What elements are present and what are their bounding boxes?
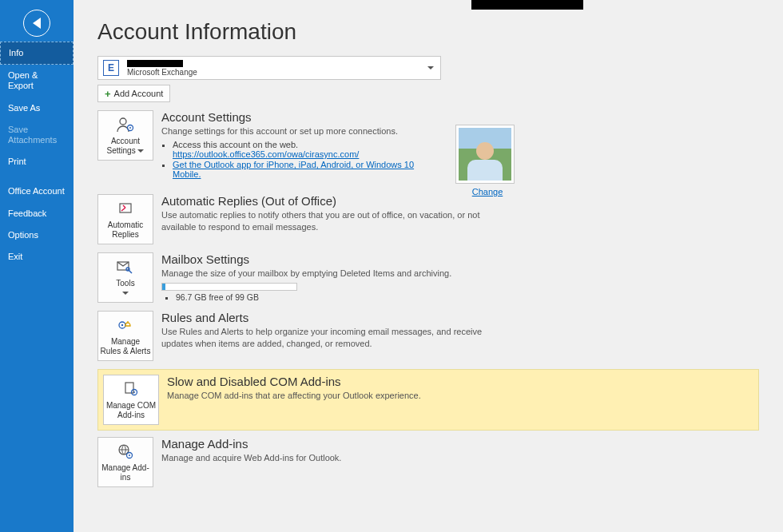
page-title: Account Information (97, 19, 759, 45)
add-account-label: Add Account (114, 89, 164, 98)
chevron-down-icon (122, 292, 129, 295)
card-label: Tools (116, 279, 134, 288)
sidebar-label: Feedback (8, 208, 46, 218)
sidebar-label: Save As (8, 103, 40, 113)
back-button[interactable] (0, 0, 74, 42)
gear-bell-icon (117, 316, 134, 334)
svg-point-13 (129, 455, 130, 456)
section-title: Automatic Replies (Out of Office) (161, 194, 505, 208)
plus-icon: + (105, 88, 111, 100)
section-title: Account Settings (161, 110, 441, 124)
account-name-redacted (127, 60, 183, 67)
section-desc: Use Rules and Alerts to help organize yo… (161, 326, 505, 349)
card-label: Manage Rules & Alerts (100, 337, 151, 355)
svg-point-0 (120, 118, 126, 125)
account-settings-card[interactable]: Account Settings (97, 110, 153, 161)
chevron-down-icon (137, 149, 144, 153)
sidebar-item-print[interactable]: Print (0, 151, 74, 173)
back-arrow-icon (23, 10, 50, 37)
account-type: Microsoft Exchange (127, 69, 197, 77)
storage-bar (161, 283, 297, 291)
section-title: Slow and Disabled COM Add-ins (167, 375, 511, 388)
sidebar-label: Exit (8, 252, 22, 261)
bullet-text: Access this account on the web. (173, 140, 298, 149)
person-gear-icon (117, 116, 134, 133)
chevron-down-icon (427, 66, 434, 69)
section-desc: Manage and acquire Web Add-ins for Outlo… (161, 452, 505, 463)
svg-point-7 (121, 324, 123, 326)
section-desc: Change settings for this account or set … (161, 125, 441, 137)
section-title: Rules and Alerts (161, 311, 505, 324)
automatic-replies-card[interactable]: Automatic Replies (97, 194, 153, 244)
section-title: Manage Add-ins (161, 437, 505, 451)
reply-arrow-icon (117, 200, 133, 217)
sidebar-item-exit[interactable]: Exit (0, 246, 74, 268)
section-title: Mailbox Settings (161, 252, 505, 266)
exchange-icon: E (103, 60, 119, 76)
main-content: Account Information E Microsoft Exchange… (74, 0, 783, 532)
sidebar-label: Print (8, 157, 26, 166)
sidebar-item-options[interactable]: Options (0, 224, 74, 246)
sidebar-label: Save Attachments (8, 125, 57, 145)
sidebar-item-office-account[interactable]: Office Account (0, 181, 74, 202)
section-desc: Manage the size of your mailbox by empty… (161, 268, 505, 279)
backstage-sidebar: Info Open & Export Save As Save Attachme… (0, 0, 74, 532)
tools-card[interactable]: Tools (97, 252, 153, 303)
sidebar-label: Info (9, 48, 23, 58)
card-label: Manage Add-ins (100, 463, 151, 482)
sidebar-item-info[interactable]: Info (0, 42, 74, 65)
sidebar-label: Options (8, 230, 38, 240)
add-account-button[interactable]: + Add Account (97, 85, 170, 102)
svg-point-2 (129, 127, 131, 129)
mobile-app-link[interactable]: Get the Outlook app for iPhone, iPad, An… (173, 160, 414, 179)
svg-rect-8 (125, 383, 133, 393)
sidebar-item-feedback[interactable]: Feedback (0, 203, 74, 224)
globe-gear-icon (117, 443, 133, 460)
sidebar-label: Office Account (8, 186, 65, 196)
card-label: Account Settings (107, 137, 141, 155)
envelope-wrench-icon (117, 258, 134, 276)
manage-addins-card[interactable]: Manage Add-ins (97, 437, 153, 487)
rules-alerts-card[interactable]: Manage Rules & Alerts (97, 311, 153, 361)
account-dropdown[interactable]: E Microsoft Exchange (97, 56, 441, 80)
card-label: Automatic Replies (100, 220, 151, 239)
svg-point-10 (133, 391, 135, 393)
sidebar-item-save-as[interactable]: Save As (0, 97, 74, 119)
document-gear-icon (123, 380, 139, 398)
section-desc: Use automatic replies to notify others t… (161, 209, 505, 232)
redacted-title (471, 0, 583, 10)
sidebar-label: Open & Export (8, 70, 38, 90)
storage-text: 96.7 GB free of 99 GB (176, 292, 505, 302)
sidebar-item-open-export[interactable]: Open & Export (0, 65, 74, 97)
owa-link[interactable]: https://outlook.office365.com/owa/cirasy… (173, 149, 359, 159)
com-addins-card[interactable]: Manage COM Add-ins (103, 375, 159, 425)
sidebar-item-save-attachments: Save Attachments (0, 119, 74, 151)
card-label: Manage COM Add-ins (105, 401, 157, 419)
section-desc: Manage COM add-ins that are affecting yo… (167, 390, 511, 401)
